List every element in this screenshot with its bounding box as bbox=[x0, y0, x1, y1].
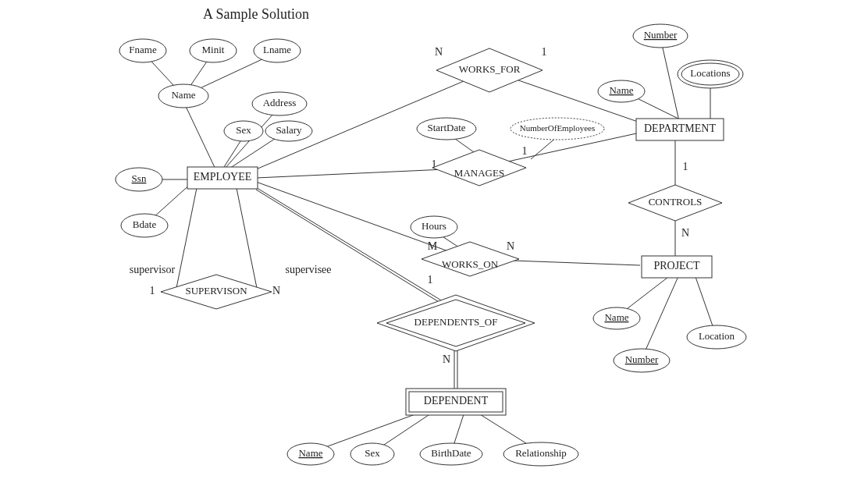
card-wo-proj: N bbox=[507, 240, 514, 252]
card-sup-sup: 1 bbox=[150, 285, 155, 296]
attr-lname-label: Lname bbox=[263, 44, 291, 55]
card-mg-dept: 1 bbox=[522, 145, 528, 157]
svg-line-30 bbox=[254, 186, 457, 310]
attr-name-label: Name bbox=[171, 89, 195, 101]
svg-line-3 bbox=[183, 101, 219, 176]
svg-line-9 bbox=[660, 37, 679, 121]
attr-dept-number-label: Number bbox=[644, 29, 678, 41]
attr-dept-name-label: Name bbox=[609, 84, 633, 96]
diagram-title: A Sample Solution bbox=[203, 6, 309, 22]
er-diagram: A Sample Solution N 1 1 1 bbox=[0, 0, 868, 490]
card-ctrl-dept: 1 bbox=[683, 161, 688, 172]
rel-dependents-of-label: DEPENDENTS_OF bbox=[414, 316, 498, 328]
attr-num-emp-label: NumberOfEmployees bbox=[520, 123, 596, 133]
attr-sex-label: Sex bbox=[236, 124, 251, 136]
attr-proj-name-label: Name bbox=[604, 311, 628, 323]
attr-bdate-label: Bdate bbox=[133, 218, 157, 230]
attr-dep-name-label: Name bbox=[298, 447, 322, 459]
card-sup-sub: N bbox=[272, 285, 280, 296]
entity-department-label: DEPARTMENT bbox=[644, 123, 716, 134]
rel-supervision-label: SUPERVISON bbox=[185, 285, 247, 296]
attr-dep-relationship-label: Relationship bbox=[515, 447, 567, 459]
role-supervisor: supervisor bbox=[130, 264, 176, 275]
entity-dependent-label: DEPENDENT bbox=[424, 395, 489, 407]
role-supervisee: supervisee bbox=[285, 264, 331, 275]
card-wf-emp: N bbox=[435, 46, 443, 58]
attr-proj-number-label: Number bbox=[625, 353, 659, 365]
attr-startdate-label: StartDate bbox=[427, 122, 465, 133]
attr-dep-birthdate-label: BirthDate bbox=[431, 447, 471, 459]
rel-works-on-label: WORKS_ON bbox=[442, 258, 499, 270]
card-wf-dept: 1 bbox=[542, 46, 547, 58]
attr-salary-label: Salary bbox=[276, 124, 302, 136]
attr-ssn-label: Ssn bbox=[132, 172, 147, 184]
attr-minit-label: Minit bbox=[202, 44, 225, 55]
attr-address-label: Address bbox=[263, 97, 297, 108]
attr-dep-sex-label: Sex bbox=[365, 447, 380, 459]
attr-fname-label: Fname bbox=[129, 44, 157, 55]
card-wo-emp: M bbox=[428, 240, 438, 252]
card-ctrl-proj: N bbox=[681, 227, 689, 239]
attr-locations-label: Locations bbox=[690, 67, 730, 79]
rel-works-for-label: WORKS_FOR bbox=[459, 63, 521, 75]
entity-employee-label: EMPLOYEE bbox=[194, 171, 252, 183]
svg-line-13 bbox=[642, 275, 679, 359]
rel-manages-label: MANAGES bbox=[454, 167, 504, 179]
attr-proj-location-label: Location bbox=[699, 330, 735, 342]
card-dep-dep: N bbox=[443, 353, 450, 365]
svg-line-31 bbox=[256, 190, 457, 313]
attr-hours-label: Hours bbox=[422, 220, 446, 232]
card-dep-emp: 1 bbox=[428, 274, 433, 286]
rel-controls-label: CONTROLS bbox=[649, 196, 703, 208]
entity-project-label: PROJECT bbox=[653, 260, 700, 272]
